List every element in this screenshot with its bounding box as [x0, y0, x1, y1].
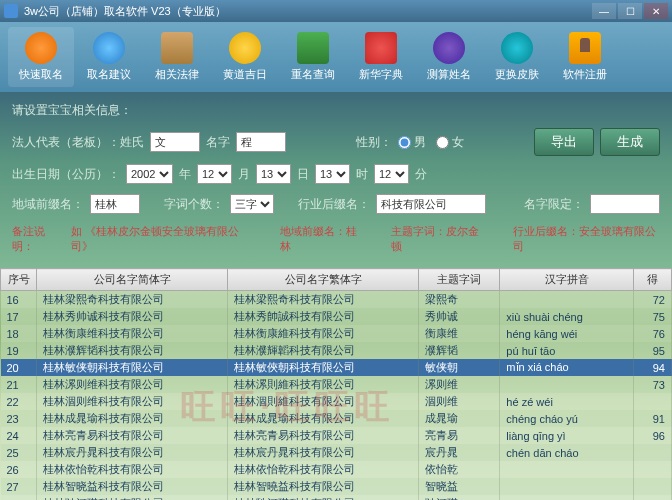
limit-label: 名字限定：	[524, 196, 584, 213]
toolbar-icon-8	[569, 32, 601, 64]
toolbar-5[interactable]: 新华字典	[348, 27, 414, 87]
given-label: 名字	[206, 134, 230, 151]
table-row[interactable]: 20桂林敏侠朝科技有限公司桂林敏俠朝科技有限公司敏侠朝mǐn xiá cháo9…	[1, 359, 672, 376]
table-row[interactable]: 23桂林成晁瑜科技有限公司桂林成晁瑜科技有限公司成晁瑜chéng cháo yú…	[1, 410, 672, 427]
table-row[interactable]: 25桂林宸丹晁科技有限公司桂林宸丹晁科技有限公司宸丹晁chén dān cháo	[1, 444, 672, 461]
note-example: 如 《桂林皮尔金顿安全玻璃有限公司》	[71, 224, 253, 254]
close-button[interactable]: ✕	[644, 3, 668, 19]
region-input[interactable]	[90, 194, 140, 214]
toolbar-1[interactable]: 取名建议	[76, 27, 142, 87]
table-row[interactable]: 19桂林濮辉韬科技有限公司桂林濮輝韜科技有限公司濮辉韬pú huī tāo95	[1, 342, 672, 359]
table-row[interactable]: 21桂林漯则维科技有限公司桂林漯則維科技有限公司漯则维73	[1, 376, 672, 393]
limit-input[interactable]	[590, 194, 660, 214]
results-table: 序号公司名字简体字公司名字繁体字主题字词汉字拼音得 16桂林梁熙奇科技有限公司桂…	[0, 268, 672, 500]
gender-label: 性别：	[356, 134, 392, 151]
table-row[interactable]: 17桂林秀帅诚科技有限公司桂林秀帥誠科技有限公司秀帅诚xiù shuài ché…	[1, 308, 672, 325]
note-keyword: 主题字词：皮尔金顿	[391, 224, 486, 254]
charcount-select[interactable]: 三字	[230, 194, 274, 214]
suffix-input[interactable]	[376, 194, 486, 214]
col-header-4[interactable]: 汉字拼音	[500, 269, 634, 291]
surname-input[interactable]	[150, 132, 200, 152]
toolbar-icon-0	[25, 32, 57, 64]
day-select[interactable]: 13	[256, 164, 291, 184]
toolbar-icon-4	[297, 32, 329, 64]
table-row[interactable]: 28桂林驰河琪科技有限公司桂林馳河琪科技有限公司驰河琪chí hé qí	[1, 495, 672, 500]
table-row[interactable]: 22桂林涸则维科技有限公司桂林涸則維科技有限公司涸则维hé zé wéi	[1, 393, 672, 410]
table-row[interactable]: 26桂林依怡乾科技有限公司桂林依怡乾科技有限公司依怡乾	[1, 461, 672, 478]
col-header-1[interactable]: 公司名字简体字	[37, 269, 228, 291]
generate-button[interactable]: 生成	[600, 128, 660, 156]
col-header-5[interactable]: 得	[634, 269, 672, 291]
region-label: 地域前缀名：	[12, 196, 84, 213]
given-input[interactable]	[236, 132, 286, 152]
suffix-label: 行业后缀名：	[298, 196, 370, 213]
toolbar-2[interactable]: 相关法律	[144, 27, 210, 87]
toolbar-7[interactable]: 更换皮肤	[484, 27, 550, 87]
table-row[interactable]: 24桂林亮青易科技有限公司桂林亮青易科技有限公司亮青易liàng qīng yì…	[1, 427, 672, 444]
col-header-0[interactable]: 序号	[1, 269, 37, 291]
export-button[interactable]: 导出	[534, 128, 594, 156]
minute-select[interactable]: 12	[374, 164, 409, 184]
table-row[interactable]: 18桂林衡康维科技有限公司桂林衡康維科技有限公司衡康维héng kāng wéi…	[1, 325, 672, 342]
charcount-label: 字词个数：	[164, 196, 224, 213]
col-header-2[interactable]: 公司名字繁体字	[228, 269, 419, 291]
hour-select[interactable]: 13	[315, 164, 350, 184]
toolbar-icon-3	[229, 32, 261, 64]
birth-label: 出生日期（公历）：	[12, 166, 120, 183]
results-table-wrap: 旺旺·旺旺旺 序号公司名字简体字公司名字繁体字主题字词汉字拼音得 16桂林梁熙奇…	[0, 268, 672, 500]
titlebar: 3w公司（店铺）取名软件 V23（专业版） — ☐ ✕	[0, 0, 672, 22]
table-row[interactable]: 27桂林智晓益科技有限公司桂林智曉益科技有限公司智晓益	[1, 478, 672, 495]
male-label: 男	[414, 134, 426, 151]
gender-male-radio[interactable]	[398, 136, 411, 149]
minimize-button[interactable]: —	[592, 3, 616, 19]
gender-female-radio[interactable]	[436, 136, 449, 149]
table-row[interactable]: 16桂林梁熙奇科技有限公司桂林梁熙奇科技有限公司梁熙奇72	[1, 291, 672, 309]
form-area: 请设置宝宝相关信息： 法人代表（老板）：姓氏 名字 性别： 男 女 导出 生成 …	[0, 92, 672, 268]
note-suffix: 行业后缀名：安全玻璃有限公司	[513, 224, 660, 254]
toolbar-4[interactable]: 重名查询	[280, 27, 346, 87]
note-region: 地域前缀名：桂林	[280, 224, 364, 254]
month-select[interactable]: 12	[197, 164, 232, 184]
app-icon	[4, 4, 18, 18]
female-label: 女	[452, 134, 464, 151]
toolbar-icon-6	[433, 32, 465, 64]
toolbar-icon-2	[161, 32, 193, 64]
toolbar-3[interactable]: 黄道吉日	[212, 27, 278, 87]
col-header-3[interactable]: 主题字词	[419, 269, 500, 291]
hint-label: 请设置宝宝相关信息：	[12, 102, 132, 119]
surname-label: 法人代表（老板）：姓氏	[12, 134, 144, 151]
maximize-button[interactable]: ☐	[618, 3, 642, 19]
toolbar-0[interactable]: 快速取名	[8, 27, 74, 87]
toolbar-6[interactable]: 测算姓名	[416, 27, 482, 87]
toolbar-icon-7	[501, 32, 533, 64]
toolbar: 快速取名取名建议相关法律黄道吉日重名查询新华字典测算姓名更换皮肤软件注册	[0, 22, 672, 92]
toolbar-8[interactable]: 软件注册	[552, 27, 618, 87]
toolbar-icon-1	[93, 32, 125, 64]
window-title: 3w公司（店铺）取名软件 V23（专业版）	[24, 4, 592, 19]
year-select[interactable]: 2002	[126, 164, 173, 184]
toolbar-icon-5	[365, 32, 397, 64]
note-prefix: 备注说明：	[12, 224, 65, 254]
